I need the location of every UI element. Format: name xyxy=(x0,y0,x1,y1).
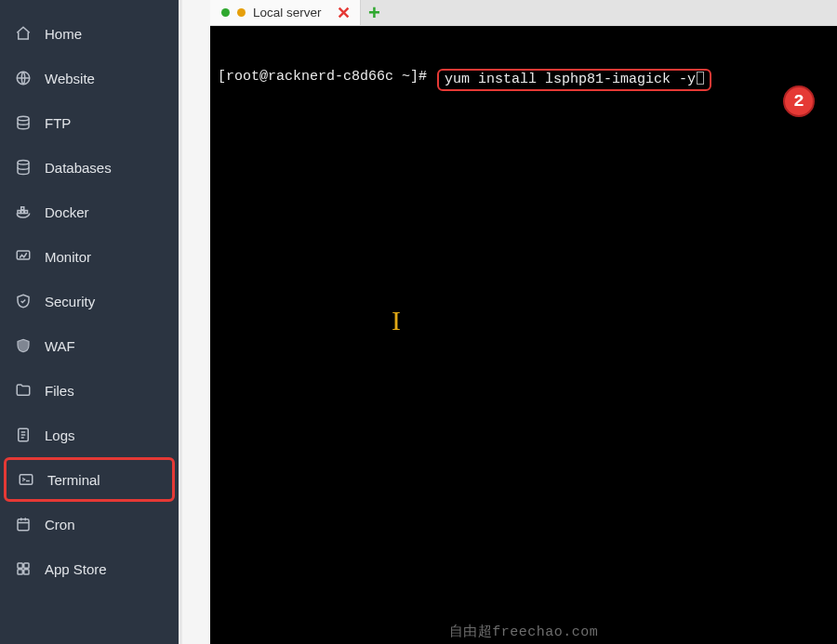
text-cursor-icon: I xyxy=(392,305,401,336)
calendar-icon xyxy=(15,516,32,532)
sidebar-item-label: Databases xyxy=(45,160,112,176)
svg-rect-10 xyxy=(18,519,29,531)
svg-rect-11 xyxy=(18,563,22,568)
svg-rect-4 xyxy=(21,211,24,214)
terminal-cursor xyxy=(697,72,704,85)
sidebar-item-label: Docker xyxy=(45,204,89,220)
svg-rect-12 xyxy=(24,563,29,568)
sidebar-item-website[interactable]: Website xyxy=(0,56,179,100)
svg-rect-7 xyxy=(17,251,30,259)
sidebar-item-appstore[interactable]: App Store xyxy=(0,546,179,591)
tab-label: Local server xyxy=(253,6,322,20)
status-dot-orange-icon xyxy=(237,8,246,17)
svg-point-2 xyxy=(18,161,29,165)
sidebar-item-label: Security xyxy=(45,294,95,309)
svg-rect-3 xyxy=(18,211,20,214)
svg-rect-13 xyxy=(18,570,22,574)
sidebar-item-ftp[interactable]: FTP xyxy=(0,100,179,145)
terminal-pane[interactable]: [root@racknerd-c8d66c ~]# yum install ls… xyxy=(210,26,837,644)
sidebar-item-logs[interactable]: Logs xyxy=(0,413,179,457)
sidebar-item-databases[interactable]: Databases xyxy=(0,145,179,190)
sidebar-item-label: Monitor xyxy=(45,249,91,265)
docker-icon xyxy=(15,204,32,220)
close-tab-icon[interactable]: ✕ xyxy=(337,5,351,21)
terminal-tab-local[interactable]: Local server ✕ xyxy=(210,0,361,25)
globe-icon xyxy=(15,70,32,86)
sidebar-item-docker[interactable]: Docker xyxy=(0,190,179,234)
sidebar-item-cron[interactable]: Cron xyxy=(0,502,179,546)
terminal-command: yum install lsphp81-imagick -y xyxy=(445,72,696,87)
status-dot-green-icon xyxy=(221,8,230,17)
monitor-icon xyxy=(15,248,32,265)
svg-rect-6 xyxy=(21,207,24,210)
sidebar-item-label: FTP xyxy=(45,115,71,131)
add-tab-button[interactable]: + xyxy=(361,0,389,25)
svg-rect-14 xyxy=(24,570,29,574)
watermark: 自由超freechao.com xyxy=(449,623,599,640)
folder-icon xyxy=(15,382,32,399)
shield-check-icon xyxy=(15,293,32,309)
sidebar-item-files[interactable]: Files xyxy=(0,368,179,413)
terminal-prompt: [root@racknerd-c8d66c ~]# xyxy=(218,69,435,85)
sidebar-item-security[interactable]: Security xyxy=(0,279,179,323)
terminal-icon xyxy=(18,471,34,488)
sidebar-item-label: Cron xyxy=(45,517,75,532)
sidebar-item-label: App Store xyxy=(45,561,107,577)
svg-rect-9 xyxy=(20,475,33,485)
highlighted-command: yum install lsphp81-imagick -y xyxy=(437,69,711,91)
sidebar: Home Website FTP Databases Docker Monito… xyxy=(0,0,182,644)
sidebar-item-monitor[interactable]: Monitor xyxy=(0,234,179,279)
sidebar-item-label: Home xyxy=(45,26,82,42)
sidebar-item-waf[interactable]: WAF xyxy=(0,323,179,368)
sidebar-item-home[interactable]: Home xyxy=(0,11,179,56)
svg-rect-5 xyxy=(25,211,28,214)
document-icon xyxy=(15,427,32,443)
sidebar-item-terminal[interactable]: Terminal 1 xyxy=(4,457,175,502)
sidebar-item-label: Website xyxy=(45,71,95,86)
svg-point-1 xyxy=(18,116,29,121)
sidebar-item-label: WAF xyxy=(45,338,75,354)
shield-icon xyxy=(15,337,32,354)
home-icon xyxy=(15,25,32,42)
sidebar-item-label: Logs xyxy=(45,427,75,443)
sidebar-item-label: Files xyxy=(45,383,74,399)
database-icon xyxy=(15,159,32,176)
grid-icon xyxy=(15,560,32,577)
ftp-icon xyxy=(15,114,32,131)
annotation-step-2: 2 xyxy=(783,85,815,117)
main-area: Local server ✕ + [root@racknerd-c8d66c ~… xyxy=(182,0,837,644)
terminal-tabbar: Local server ✕ + xyxy=(210,0,837,26)
sidebar-item-label: Terminal xyxy=(47,472,100,488)
